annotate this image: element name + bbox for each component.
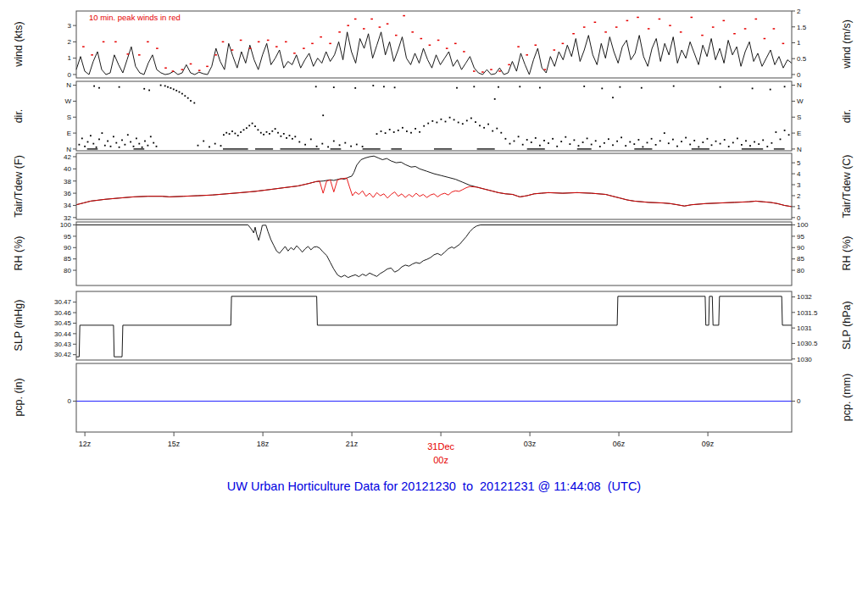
point-wind-direction	[271, 130, 273, 132]
point-wind-direction	[381, 130, 382, 132]
point-peak-wind-10min	[712, 26, 715, 28]
point-wind-direction	[266, 131, 268, 133]
point-wind-direction	[745, 140, 747, 141]
point-peak-wind-10min	[411, 31, 414, 33]
point-wind-direction	[167, 86, 169, 88]
point-peak-wind-10min	[572, 33, 575, 35]
ytick-right-label: 1	[797, 39, 801, 47]
ytick-right-label: N	[797, 146, 802, 153]
point-wind-direction	[153, 142, 154, 144]
point-wind-direction	[87, 141, 89, 143]
point-wind-direction	[487, 124, 489, 125]
point-wind-direction	[625, 145, 626, 147]
ytick-right-label: 90	[797, 244, 804, 252]
point-peak-wind-10min	[669, 25, 671, 26]
point-wind-direction	[475, 121, 476, 123]
ytick-right-label: 5	[797, 159, 801, 167]
point-peak-wind-10min	[498, 70, 501, 72]
ytick-left-label: 0	[68, 71, 72, 79]
point-wind-direction	[286, 137, 287, 139]
point-wind-direction	[737, 138, 738, 140]
point-wind-direction	[643, 147, 644, 148]
point-wind-direction	[565, 136, 566, 138]
point-peak-wind-10min	[103, 42, 105, 43]
y-axis-label-tair-f: Tair/Tdew (F)	[13, 155, 25, 218]
point-wind-direction	[173, 89, 175, 91]
point-wind-direction	[289, 135, 291, 136]
point-wind-direction	[771, 142, 773, 144]
ytick-right-label: 2	[797, 8, 801, 15]
point-peak-wind-10min	[231, 49, 234, 51]
point-wind-direction	[423, 125, 425, 127]
ytick-right-label: 1031.5	[797, 309, 818, 317]
point-wind-direction	[415, 128, 416, 130]
ytick-left-label: 30.44	[54, 330, 72, 338]
panel-border	[76, 291, 792, 360]
ytick-right-label: 2	[797, 192, 801, 200]
point-wind-direction	[179, 91, 181, 93]
point-wind-direction	[715, 141, 717, 142]
point-wind-direction	[766, 146, 768, 147]
ytick-right-label: 100	[797, 221, 809, 229]
ytick-left-label: N	[66, 146, 71, 153]
ytick-right-label: 0	[797, 71, 801, 79]
ytick-left-label: 34	[64, 202, 71, 209]
point-wind-direction	[776, 131, 777, 133]
point-wind-direction	[587, 138, 588, 140]
point-wind-direction	[539, 145, 541, 147]
point-peak-wind-10min	[214, 54, 217, 56]
point-wind-direction	[110, 146, 112, 147]
y-axis-label-rh-left: RH (%)	[13, 236, 25, 271]
point-peak-wind-10min	[554, 49, 556, 51]
point-wind-direction	[437, 122, 438, 124]
point-wind-direction	[479, 125, 481, 126]
point-peak-wind-10min	[354, 19, 357, 20]
point-wind-direction	[752, 88, 754, 90]
point-wind-direction	[333, 86, 335, 88]
series-tair-f	[76, 156, 792, 207]
point-wind-direction	[263, 134, 264, 136]
point-peak-wind-10min	[429, 45, 431, 47]
point-wind-direction	[620, 136, 622, 138]
point-wind-direction	[548, 142, 549, 144]
point-peak-wind-10min	[446, 47, 448, 49]
point-wind-direction	[147, 145, 149, 147]
ytick-left-label: 38	[64, 178, 71, 186]
point-wind-direction	[633, 143, 635, 145]
point-wind-direction	[275, 128, 276, 130]
point-wind-direction	[383, 86, 385, 87]
point-wind-direction	[198, 145, 199, 147]
point-wind-direction	[389, 129, 391, 130]
xtick-label: 18z	[257, 440, 270, 448]
point-peak-wind-10min	[463, 51, 465, 53]
point-wind-direction	[445, 121, 447, 123]
ytick-left-label: S	[67, 114, 71, 121]
point-wind-direction	[362, 146, 364, 147]
panel-dir: NESWNNESWN	[64, 81, 804, 153]
point-wind-direction	[79, 144, 81, 146]
point-wind-direction	[707, 138, 709, 140]
point-wind-direction	[136, 138, 137, 140]
point-wind-direction	[143, 88, 145, 90]
point-wind-direction	[209, 147, 210, 148]
point-wind-direction	[398, 130, 399, 131]
point-peak-wind-10min	[311, 43, 314, 45]
panel-slp: 30.4230.4330.4430.4530.4630.4710301030.5…	[54, 291, 818, 363]
point-wind-direction	[732, 142, 734, 144]
point-wind-direction	[93, 86, 95, 87]
point-wind-direction	[281, 136, 282, 137]
ytick-right-label: 95	[797, 233, 804, 241]
ytick-left-label: 100	[60, 221, 72, 229]
page-title: UW Urban Horticulture Data for 20121230 …	[0, 479, 868, 493]
point-wind-direction	[668, 142, 670, 144]
point-peak-wind-10min	[164, 68, 167, 69]
ytick-left-label: 30.42	[54, 351, 72, 358]
point-wind-direction	[672, 139, 674, 141]
xtick-label: 15z	[168, 440, 181, 448]
point-wind-direction	[556, 146, 558, 147]
point-wind-direction	[601, 88, 603, 90]
point-wind-direction	[483, 127, 485, 129]
point-wind-direction	[156, 146, 158, 147]
point-wind-direction	[466, 120, 468, 122]
point-wind-direction	[327, 147, 329, 148]
